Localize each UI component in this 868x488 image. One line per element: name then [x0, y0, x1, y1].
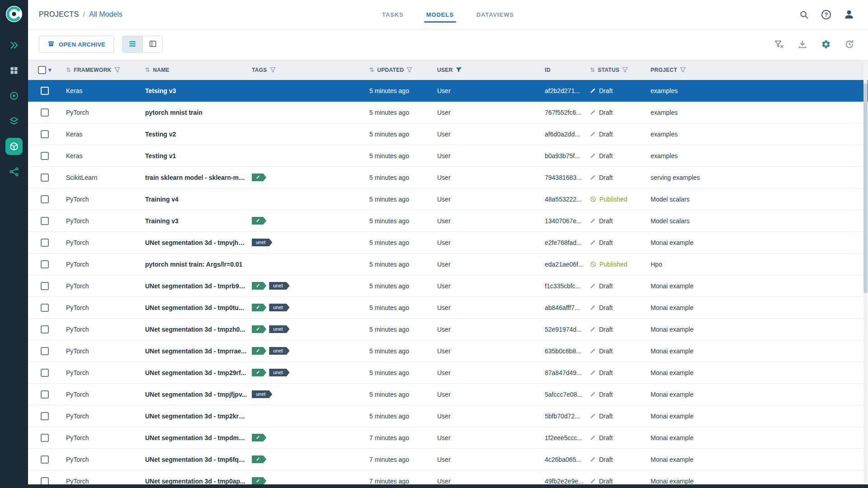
column-header-framework[interactable]: ⇅FRAMEWORK — [61, 66, 141, 73]
row-checkbox[interactable] — [41, 282, 49, 290]
table-row[interactable]: PyTorchUNet segmentation 3d - tmpdm4...✓… — [28, 427, 868, 449]
search-icon[interactable] — [799, 10, 809, 19]
table-row[interactable]: PyTorchpytorch mnist train: Args/lr=0.01… — [28, 253, 868, 275]
sort-icon[interactable]: ⇅ — [145, 66, 150, 73]
filter-icon[interactable] — [270, 67, 276, 73]
cell-name[interactable]: UNet segmentation 3d - tmprrae... — [141, 347, 247, 355]
filter-icon[interactable] — [406, 67, 412, 73]
table-view-button[interactable] — [123, 36, 142, 52]
cell-name[interactable]: Tetsing v3 — [141, 87, 247, 94]
clearml-logo-icon[interactable] — [5, 5, 24, 23]
table-row[interactable]: PyTorchpytorch mnist train5 minutes agoU… — [28, 102, 868, 123]
cell-name[interactable]: UNet segmentation 3d - tmpjfjpv... — [141, 391, 247, 398]
row-checkbox[interactable] — [41, 195, 49, 203]
row-checkbox[interactable] — [41, 304, 49, 312]
sidebar-item-pipelines[interactable] — [0, 159, 28, 184]
row-checkbox[interactable] — [41, 347, 49, 355]
vertical-scrollbar[interactable] — [863, 60, 868, 484]
cell-name[interactable]: UNet segmentation 3d - tmprb9d... — [141, 282, 247, 290]
breadcrumb-all-models-link[interactable]: All Models — [89, 10, 123, 19]
row-checkbox[interactable] — [41, 325, 49, 333]
cell-name[interactable]: pytorch mnist train — [141, 109, 247, 116]
sidebar-item-expand[interactable] — [0, 33, 28, 58]
cell-name[interactable]: UNet segmentation 3d - tmp0tu... — [141, 304, 247, 311]
table-row[interactable]: PyTorchUNet segmentation 3d - tmp6fq0...… — [28, 449, 868, 470]
table-row[interactable]: KerasTesting v15 minutes agoUserb0a93b75… — [28, 145, 868, 167]
cell-name[interactable]: Training v4 — [141, 196, 247, 203]
row-checkbox[interactable] — [41, 434, 49, 442]
column-header-status[interactable]: ⇅STATUS — [585, 66, 646, 73]
user-avatar-icon[interactable] — [844, 9, 854, 20]
table-row[interactable]: PyTorchTraining v45 minutes agoUser48a55… — [28, 188, 868, 210]
row-checkbox[interactable] — [41, 412, 49, 420]
row-checkbox[interactable] — [41, 217, 49, 225]
column-header-id[interactable]: ID — [540, 67, 585, 73]
column-header-name[interactable]: ⇅NAME — [141, 66, 247, 73]
row-checkbox[interactable] — [41, 239, 49, 247]
selection-dropdown-caret[interactable]: ▾ — [48, 66, 52, 73]
row-checkbox[interactable] — [41, 130, 49, 138]
table-row[interactable]: PyTorchUNet segmentation 3d - tmpzh0...✓… — [28, 319, 868, 340]
table-row[interactable]: PyTorchUNet segmentation 3d - tmp2kr0...… — [28, 405, 868, 427]
row-checkbox[interactable] — [41, 87, 49, 95]
table-row[interactable]: ScikitLearntrain sklearn model - sklearn… — [28, 167, 868, 188]
cell-name[interactable]: UNet segmentation 3d - tmp2kr0... — [141, 413, 247, 420]
clear-filters-icon[interactable] — [774, 39, 784, 49]
table-row[interactable]: PyTorchUNet segmentation 3d - tmprrae...… — [28, 340, 868, 362]
row-checkbox[interactable] — [41, 108, 49, 117]
filter-icon[interactable] — [114, 67, 120, 73]
table-row[interactable]: KerasTetsing v35 minutes agoUseraf2b2d27… — [28, 80, 868, 102]
sort-icon[interactable]: ⇅ — [590, 66, 595, 73]
row-checkbox[interactable] — [41, 369, 49, 377]
column-header-tags[interactable]: TAGS — [247, 67, 365, 73]
row-checkbox[interactable] — [41, 455, 49, 464]
filter-icon[interactable] — [622, 67, 628, 73]
download-icon[interactable] — [797, 39, 807, 49]
row-checkbox[interactable] — [41, 390, 49, 399]
column-header-project[interactable]: PROJECT — [646, 67, 868, 73]
sidebar-item-models[interactable] — [0, 134, 28, 159]
cell-name[interactable]: Training v3 — [141, 217, 247, 225]
row-checkbox[interactable] — [41, 152, 49, 160]
sort-icon[interactable]: ⇅ — [66, 66, 71, 73]
open-archive-button[interactable]: OPEN ARCHIVE — [39, 36, 114, 53]
column-header-updated[interactable]: ⇅UPDATED — [365, 66, 433, 73]
table-row[interactable]: PyTorchTraining v3✓5 minutes agoUser1340… — [28, 210, 868, 232]
sort-icon[interactable]: ⇅ — [369, 66, 374, 73]
sidebar-item-dashboard[interactable] — [0, 58, 28, 83]
cell-name[interactable]: Testing v2 — [141, 131, 247, 138]
row-checkbox[interactable] — [41, 260, 49, 268]
auto-refresh-icon[interactable] — [844, 39, 854, 49]
cell-name[interactable]: train sklearn model - sklearn-mo... — [141, 174, 247, 181]
table-row[interactable]: PyTorchUNet segmentation 3d - tmpvjhyl..… — [28, 232, 868, 253]
cell-name[interactable]: UNet segmentation 3d - tmpvjhyl... — [141, 239, 247, 246]
column-header-user[interactable]: USER — [433, 67, 540, 73]
row-checkbox[interactable] — [41, 477, 49, 485]
breadcrumb-projects-link[interactable]: PROJECTS — [39, 10, 79, 19]
table-row[interactable]: PyTorchUNet segmentation 3d - tmprb9d...… — [28, 275, 868, 297]
scrollbar-thumb[interactable] — [863, 83, 868, 293]
table-row[interactable]: PyTorchUNet segmentation 3d - tmpjfjpv..… — [28, 384, 868, 405]
filter-icon[interactable] — [680, 67, 686, 73]
row-checkbox[interactable] — [41, 174, 49, 182]
cell-name[interactable]: pytorch mnist train: Args/lr=0.01 — [141, 261, 247, 268]
cell-name[interactable]: UNet segmentation 3d - tmp6fq0... — [141, 456, 247, 463]
table-row[interactable]: KerasTesting v25 minutes agoUseraf6d0a2d… — [28, 123, 868, 145]
table-row[interactable]: PyTorchUNet segmentation 3d - tmp0tu...✓… — [28, 297, 868, 319]
cell-name[interactable]: Testing v1 — [141, 152, 247, 160]
filter-active-icon[interactable] — [456, 67, 462, 73]
cell-name[interactable]: UNet segmentation 3d - tmp0ap... — [141, 478, 247, 485]
select-all-checkbox[interactable] — [38, 66, 46, 74]
tab-tasks[interactable]: TASKS — [381, 9, 405, 20]
table-row[interactable]: PyTorchUNet segmentation 3d - tmp29rf...… — [28, 362, 868, 384]
sidebar-item-workers-queues[interactable] — [0, 83, 28, 108]
cell-name[interactable]: UNet segmentation 3d - tmpdm4... — [141, 434, 247, 441]
help-icon[interactable]: ? — [821, 10, 831, 19]
card-view-button[interactable] — [142, 36, 162, 52]
cell-name[interactable]: UNet segmentation 3d - tmpzh0... — [141, 326, 247, 333]
settings-gear-icon[interactable] — [821, 39, 831, 49]
sidebar-item-projects[interactable] — [0, 108, 28, 134]
tab-models[interactable]: MODELS — [425, 9, 455, 20]
cell-name[interactable]: UNet segmentation 3d - tmp29rf... — [141, 369, 247, 376]
tab-dataviews[interactable]: DATAVIEWS — [476, 9, 515, 20]
